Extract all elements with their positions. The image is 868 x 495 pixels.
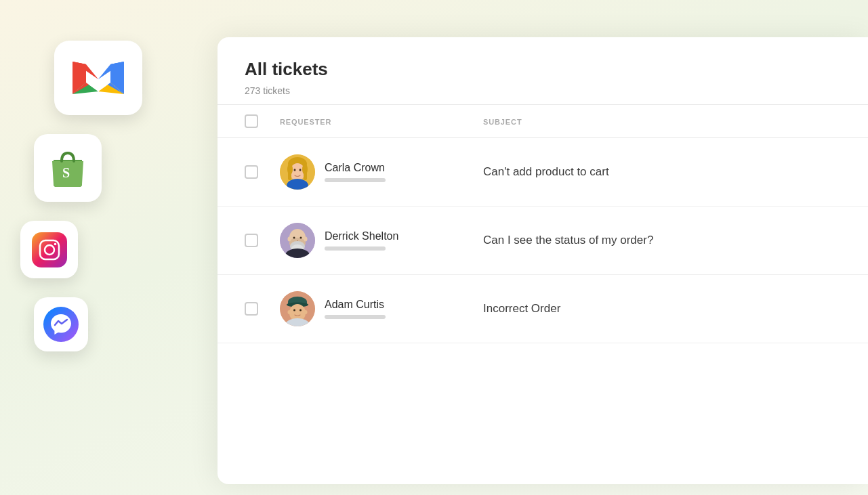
svg-point-37 [304, 237, 308, 242]
instagram-gradient [32, 232, 67, 267]
shopify-logo: S [48, 146, 87, 190]
messenger-logo [48, 311, 74, 337]
row-checkbox-1[interactable] [245, 165, 258, 179]
table-header: REQUESTER SUBJECT [218, 105, 868, 138]
shopify-icon[interactable]: S [34, 134, 102, 202]
requester-name-1: Carla Crown [325, 162, 386, 174]
row-checkbox-2[interactable] [245, 234, 258, 247]
requester-bar-3 [325, 315, 386, 319]
messenger-gradient [43, 307, 79, 342]
row-checkbox-col [245, 165, 266, 179]
table-row[interactable]: Carla Crown Can't add product to cart [218, 138, 868, 207]
avatar-adam [280, 291, 315, 326]
subject-column-header: SUBJECT [483, 115, 841, 127]
subject-2: Can I see the status of my order? [483, 234, 841, 247]
avatar-carla [280, 154, 315, 190]
requester-name-2: Derrick Shelton [325, 230, 398, 242]
table-row[interactable]: Derrick Shelton Can I see the status of … [218, 207, 868, 275]
requester-name-3: Adam Curtis [325, 299, 386, 311]
requester-info-2: Derrick Shelton [280, 223, 470, 258]
requester-details-1: Carla Crown [325, 162, 386, 182]
svg-rect-15 [40, 240, 59, 259]
svg-point-36 [288, 237, 291, 242]
requester-bar-2 [325, 246, 386, 251]
svg-text:S: S [62, 165, 70, 180]
panel-title: All tickets [245, 59, 841, 80]
requester-column-header: REQUESTER [280, 115, 470, 127]
messenger-icon[interactable] [34, 297, 88, 351]
main-panel: All tickets 273 tickets REQUESTER SUBJEC… [218, 37, 868, 484]
requester-bar-1 [325, 178, 386, 182]
gmail-icon[interactable] [54, 41, 142, 115]
row-checkbox-3[interactable] [245, 302, 258, 316]
svg-point-16 [45, 245, 54, 255]
svg-point-43 [293, 309, 295, 311]
table-row[interactable]: Adam Curtis Incorrect Order [218, 275, 868, 343]
adam-avatar-svg [280, 291, 315, 326]
svg-point-44 [299, 309, 302, 311]
header-checkbox-col [245, 114, 266, 128]
subject-3: Incorrect Order [483, 302, 841, 316]
panel-header: All tickets 273 tickets [218, 37, 868, 105]
app-icons-area: S [27, 41, 142, 351]
avatar-derrick [280, 223, 315, 258]
requester-details-2: Derrick Shelton [325, 230, 398, 251]
svg-point-34 [300, 237, 302, 239]
requester-details-3: Adam Curtis [325, 299, 386, 319]
requester-info-3: Adam Curtis [280, 291, 470, 326]
row-checkbox-col [245, 234, 266, 247]
instagram-logo [38, 238, 61, 261]
requester-info-1: Carla Crown [280, 154, 470, 190]
svg-point-46 [288, 310, 291, 314]
svg-rect-26 [288, 169, 291, 180]
instagram-icon[interactable] [20, 221, 78, 278]
svg-point-23 [294, 169, 296, 171]
derrick-avatar-svg [280, 223, 315, 258]
subject-1: Can't add product to cart [483, 165, 841, 179]
select-all-checkbox[interactable] [245, 114, 258, 128]
svg-point-24 [299, 169, 302, 171]
svg-point-17 [54, 242, 56, 245]
gmail-m-svg [71, 58, 125, 98]
svg-rect-27 [304, 169, 307, 180]
row-checkbox-col [245, 302, 266, 316]
svg-point-47 [304, 310, 308, 314]
carla-avatar-svg [280, 154, 315, 190]
svg-point-33 [293, 237, 295, 239]
ticket-count: 273 tickets [245, 85, 841, 96]
